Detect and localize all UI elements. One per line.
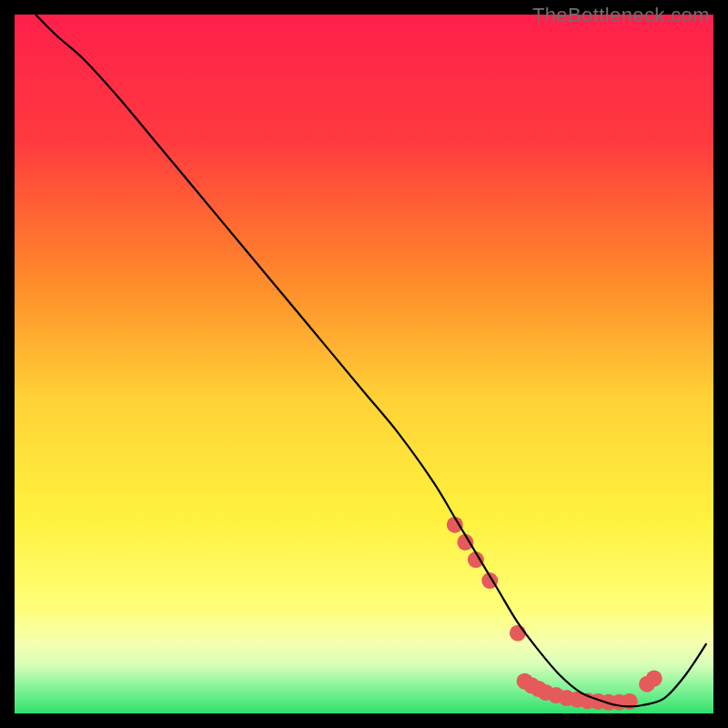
chart-svg bbox=[15, 15, 713, 713]
watermark-text: TheBottleneck.com bbox=[532, 4, 710, 27]
gradient-background bbox=[15, 15, 713, 713]
chart-plot-area bbox=[15, 15, 713, 713]
marker-dot bbox=[510, 625, 526, 642]
chart-frame bbox=[15, 15, 713, 713]
marker-dot bbox=[646, 671, 662, 687]
